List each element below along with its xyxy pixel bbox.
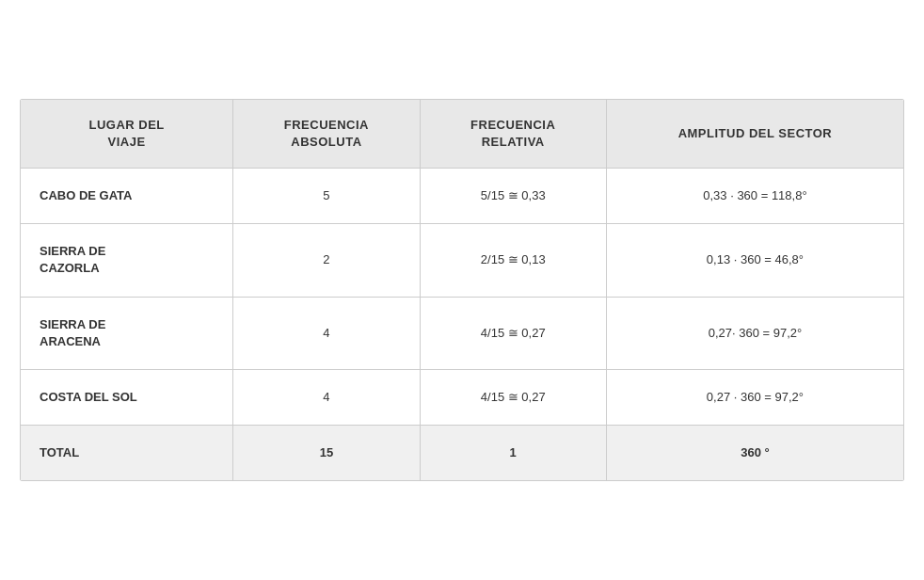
cell-amplitud: 0,33 · 360 = 118,8° [606,169,903,224]
statistics-table: LUGAR DELVIAJE FRECUENCIAABSOLUTA FRECUE… [20,99,904,482]
cell-amplitud: 0,13 · 360 = 46,8° [606,224,903,297]
cell-amplitud: 0,27 · 360 = 97,2° [606,369,903,425]
cell-frecuencia-relativa: 4/15 ≅ 0,27 [420,369,606,425]
cell-lugar: CABO DE GATA [21,169,233,224]
cell-frecuencia-absoluta: 4 [233,297,420,369]
cell-frecuencia-relativa: 4/15 ≅ 0,27 [420,297,606,369]
cell-amplitud: 360 ° [606,426,903,481]
cell-lugar: TOTAL [21,426,233,481]
cell-lugar: SIERRA DEARACENA [21,297,233,369]
cell-lugar: SIERRA DECAZORLA [21,224,233,297]
table-header-row: LUGAR DELVIAJE FRECUENCIAABSOLUTA FRECUE… [21,100,903,169]
table-row: SIERRA DECAZORLA22/15 ≅ 0,130,13 · 360 =… [21,224,903,297]
header-frecuencia-absoluta: FRECUENCIAABSOLUTA [233,100,420,169]
cell-frecuencia-relativa: 1 [420,426,606,481]
cell-lugar: COSTA DEL SOL [21,369,233,425]
cell-frecuencia-absoluta: 2 [233,224,420,297]
cell-amplitud: 0,27· 360 = 97,2° [606,297,903,369]
header-amplitud: AMPLITUD DEL SECTOR [606,100,903,169]
table-row: SIERRA DEARACENA44/15 ≅ 0,270,27· 360 = … [21,297,903,369]
table-row: CABO DE GATA55/15 ≅ 0,330,33 · 360 = 118… [21,169,903,224]
header-frecuencia-relativa: FRECUENCIARELATIVA [420,100,606,169]
cell-frecuencia-absoluta: 15 [233,426,420,481]
cell-frecuencia-relativa: 5/15 ≅ 0,33 [420,169,606,224]
cell-frecuencia-relativa: 2/15 ≅ 0,13 [420,224,606,297]
cell-frecuencia-absoluta: 5 [233,169,420,224]
header-lugar: LUGAR DELVIAJE [21,100,233,169]
table-row: TOTAL151360 ° [21,426,903,481]
table-row: COSTA DEL SOL44/15 ≅ 0,270,27 · 360 = 97… [21,369,903,425]
cell-frecuencia-absoluta: 4 [233,369,420,425]
